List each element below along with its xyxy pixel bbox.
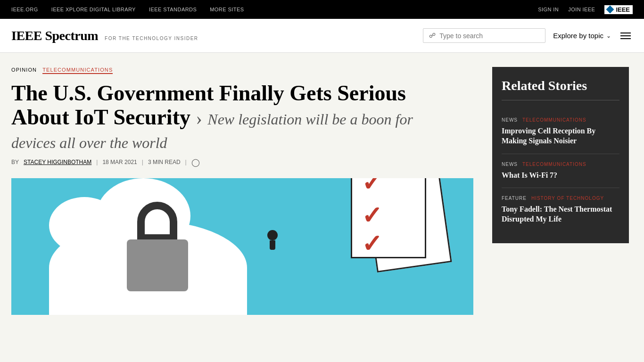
author-link[interactable]: STACEY HIGGINBOTHAM (24, 159, 91, 165)
site-subtitle: FOR THE TECHNOLOGY INSIDER (105, 36, 198, 41)
keyhole-circle (267, 230, 278, 240)
more-sites-link[interactable]: MORE SITES (210, 7, 244, 12)
header-branding: IEEE Spectrum FOR THE TECHNOLOGY INSIDER (11, 28, 198, 43)
related-story-2: NEWS TELECOMMUNICATIONS What Is Wi-Fi 7? (502, 154, 619, 189)
article-image: ✓ ✓ ✓ (11, 178, 473, 315)
article-date: 18 MAR 2021 (102, 159, 137, 165)
related-story-3-tags: FEATURE HISTORY OF TECHNOLOGY (502, 196, 619, 201)
by-label: BY (11, 159, 19, 165)
header-controls: ☍ Explore by topic ⌄ (423, 28, 633, 43)
hamburger-menu-button[interactable] (619, 31, 633, 41)
read-time: 3 MIN READ (148, 159, 181, 165)
hamburger-line-2 (620, 35, 631, 36)
related-story-1-tags: NEWS TELECOMMUNICATIONS (502, 117, 619, 123)
related-story-1-title[interactable]: Improving Cell Reception By Making Signa… (502, 126, 619, 146)
ieee-xplore-link[interactable]: IEEE XPLORE DIGITAL LIBRARY (51, 7, 136, 12)
title-arrow: › (196, 107, 202, 129)
explore-label: Explore by topic (553, 32, 603, 40)
search-icon: ☍ (429, 32, 436, 40)
site-title[interactable]: IEEE Spectrum (11, 28, 98, 43)
join-ieee-link[interactable]: JOIN IEEE (568, 7, 595, 12)
related-story-3-tag-feature[interactable]: FEATURE (502, 196, 527, 201)
related-story-2-tags: NEWS TELECOMMUNICATIONS (502, 162, 619, 167)
bookmark-icon[interactable]: ◯ (191, 158, 200, 167)
keyhole-slot (270, 240, 275, 250)
ieee-diamond-icon (606, 6, 614, 14)
padlock-shackle (137, 202, 177, 242)
padlock-keyhole (266, 230, 279, 249)
related-story-1-tag-telecom[interactable]: TELECOMMUNICATIONS (522, 117, 586, 123)
related-story-1: NEWS TELECOMMUNICATIONS Improving Cell R… (502, 110, 619, 154)
related-stories-title: Related Stories (502, 78, 619, 100)
clipboard-front: ✓ ✓ ✓ (351, 178, 426, 258)
top-nav-left: IEEE.ORG IEEE XPLORE DIGITAL LIBRARY IEE… (11, 7, 244, 12)
article-title: The U.S. Government Finally Gets Serious… (11, 82, 454, 153)
top-navigation: IEEE.ORG IEEE XPLORE DIGITAL LIBRARY IEE… (0, 0, 644, 19)
iot-illustration: ✓ ✓ ✓ (11, 178, 473, 315)
checkmark-1: ✓ (362, 178, 382, 195)
ieee-standards-link[interactable]: IEEE STANDARDS (149, 7, 197, 12)
ieee-org-link[interactable]: IEEE.ORG (11, 7, 38, 12)
article-main: OPINION TELECOMMUNICATIONS The U.S. Gove… (11, 67, 492, 315)
checkmark-3: ✓ (362, 231, 382, 256)
related-story-2-title[interactable]: What Is Wi-Fi 7? (502, 171, 619, 181)
related-story-3-title[interactable]: Tony Fadell: The Nest Thermostat Disrupt… (502, 205, 619, 224)
content-area: OPINION TELECOMMUNICATIONS The U.S. Gove… (0, 53, 644, 329)
hamburger-line-1 (620, 33, 631, 33)
search-box[interactable]: ☍ (423, 28, 545, 43)
checkmark-2: ✓ (362, 203, 382, 228)
related-story-1-tag-news[interactable]: NEWS (502, 117, 518, 123)
sign-in-link[interactable]: SIGN IN (538, 7, 559, 12)
hamburger-line-3 (620, 38, 631, 39)
top-nav-right: SIGN IN JOIN IEEE IEEE (538, 5, 633, 14)
tag-opinion[interactable]: OPINION (11, 67, 37, 74)
related-story-2-tag-telecom[interactable]: TELECOMMUNICATIONS (522, 162, 586, 167)
article-tags: OPINION TELECOMMUNICATIONS (11, 67, 478, 74)
search-input[interactable] (439, 32, 539, 40)
explore-by-topic-button[interactable]: Explore by topic ⌄ (553, 32, 611, 40)
article-sidebar: Related Stories NEWS TELECOMMUNICATIONS … (492, 67, 629, 315)
chevron-down-icon: ⌄ (606, 33, 611, 39)
article-meta: BY STACEY HIGGINBOTHAM | 18 MAR 2021 | 3… (11, 158, 478, 167)
related-story-2-tag-news[interactable]: NEWS (502, 162, 518, 167)
related-story-3-tag-history[interactable]: HISTORY OF TECHNOLOGY (531, 196, 604, 201)
main-header: IEEE Spectrum FOR THE TECHNOLOGY INSIDER… (0, 19, 644, 53)
related-story-3: FEATURE HISTORY OF TECHNOLOGY Tony Fadel… (502, 188, 619, 232)
ieee-logo: IEEE (604, 5, 633, 14)
padlock-body (127, 239, 188, 291)
related-stories-box: Related Stories NEWS TELECOMMUNICATIONS … (492, 67, 629, 243)
tag-telecommunications[interactable]: TELECOMMUNICATIONS (42, 67, 113, 74)
